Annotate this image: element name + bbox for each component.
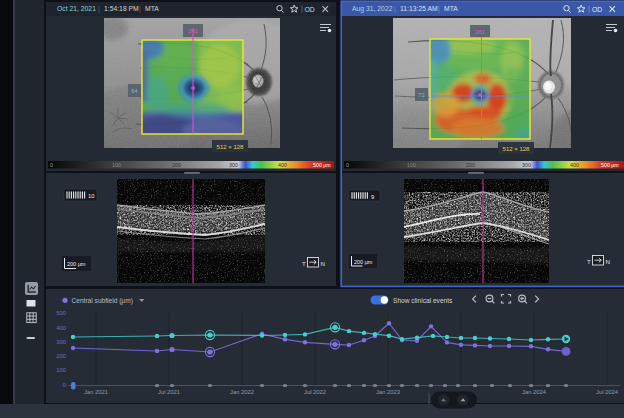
svg-text:72: 72 [418,92,424,98]
svg-text:N: N [321,260,325,267]
svg-text:Central subfield (µm): Central subfield (µm) [72,297,133,305]
svg-text:T: T [587,258,591,265]
svg-text:200: 200 [172,162,181,168]
svg-text:400: 400 [570,162,579,168]
svg-text:400: 400 [56,325,66,331]
svg-text:0: 0 [346,162,349,168]
svg-text:Show clinical events: Show clinical events [393,297,453,304]
svg-text:|: | [394,5,396,13]
svg-text:Jul 2022: Jul 2022 [304,389,326,395]
svg-text:100: 100 [112,162,121,168]
svg-text:T: T [302,260,306,267]
svg-text:MTA: MTA [145,5,159,12]
svg-text:Jan 2024: Jan 2024 [522,389,547,395]
svg-text:Oct 21, 2021: Oct 21, 2021 [57,5,96,12]
svg-text:Jan 2022: Jan 2022 [230,389,254,395]
svg-text:64: 64 [131,88,138,94]
svg-text:Jan 2021: Jan 2021 [84,389,108,395]
svg-text:300: 300 [56,339,66,345]
svg-text:200 µm: 200 µm [354,259,373,265]
svg-text:N: N [606,258,610,265]
svg-text:Jul 2021: Jul 2021 [158,389,180,395]
svg-text:261: 261 [475,29,485,35]
svg-text:500 µm: 500 µm [313,162,331,168]
svg-text:512 × 128: 512 × 128 [217,144,245,150]
svg-text:|: | [98,5,100,13]
svg-text:100: 100 [56,367,66,373]
svg-text:200 µm: 200 µm [67,261,86,267]
svg-text:1:54:18 PM: 1:54:18 PM [104,5,139,12]
svg-text:512 × 128: 512 × 128 [503,146,531,152]
svg-text:0: 0 [63,382,66,388]
svg-text:400: 400 [278,162,287,168]
svg-text:0: 0 [50,162,53,168]
svg-text:200: 200 [466,162,475,168]
svg-text:|: | [438,5,440,13]
svg-text:OD: OD [305,6,315,13]
svg-text:MTA: MTA [444,5,458,12]
svg-text:Jan 2023: Jan 2023 [376,389,400,395]
svg-text:Aug 31, 2022: Aug 31, 2022 [352,5,393,13]
svg-text:300: 300 [522,162,531,168]
svg-text:11:13:25 AM: 11:13:25 AM [400,5,438,12]
svg-text:|: | [139,5,141,13]
svg-text:500 µm: 500 µm [601,162,619,168]
svg-text:10: 10 [88,193,94,199]
svg-text:Jul 2024: Jul 2024 [596,389,619,395]
svg-text:OD: OD [592,6,602,13]
svg-text:300: 300 [229,162,238,168]
svg-text:500: 500 [56,310,66,316]
svg-text:9: 9 [371,194,374,200]
svg-text:200: 200 [56,353,66,359]
svg-text:100: 100 [407,162,416,168]
